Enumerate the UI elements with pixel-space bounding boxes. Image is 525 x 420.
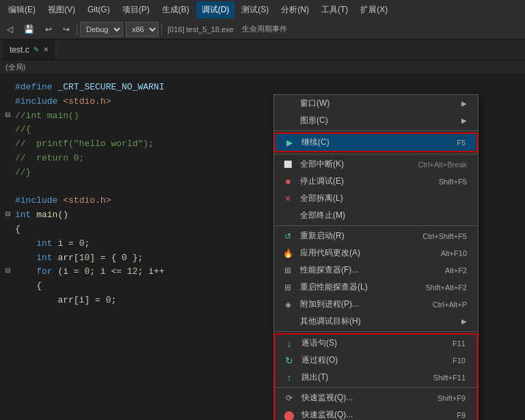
step-section: ↓ 逐语句(S) F11 ↻ 逐过程(O) F10 ↑ 跳出(T) Shift+… <box>274 333 478 420</box>
menubar: 编辑(E) 视图(V) Git(G) 项目(P) 生成(B) 调试(D) 测试(… <box>0 0 525 19</box>
toolbar-btn-back[interactable]: ◁ <box>3 23 17 36</box>
menu-debug[interactable]: 调试(D) <box>196 1 235 18</box>
submenu-arrow: ▶ <box>461 100 467 107</box>
toolbar-sep2 <box>161 23 162 36</box>
menu-item-step-over[interactable]: ↻ 逐过程(O) F10 <box>275 352 476 369</box>
toolbar-btn-save[interactable]: 💾 <box>20 23 38 36</box>
menu-item-window[interactable]: 窗口(W) ▶ <box>274 95 478 112</box>
menu-item-perf[interactable]: ⊞ 性能探查器(F)... Alt+F2 <box>274 262 478 279</box>
fold-gutter <box>5 251 15 264</box>
menu-tools[interactable]: 工具(T) <box>316 1 353 18</box>
menu-extend[interactable]: 扩展(X) <box>355 1 393 18</box>
menu-build[interactable]: 生成(B) <box>157 1 195 18</box>
debug-config-select[interactable]: Debug <box>80 22 123 37</box>
fold-btn3[interactable]: ⊟ <box>5 265 15 278</box>
menu-item-label: 附加到进程(P)... <box>300 298 359 310</box>
flame-icon: 🔥 <box>281 249 295 258</box>
menu-item-label: 快速监视(Q)... <box>301 392 353 404</box>
perf-shortcut: Alt+F2 <box>425 266 467 275</box>
menu-item-restart-perf[interactable]: ⊞ 重启性能探查器(L) Shift+Alt+F2 <box>274 279 478 296</box>
menu-item-label: 全部拆离(L) <box>300 193 343 204</box>
menu-item-label: 图形(C) <box>300 115 328 126</box>
process-label: [016] test_5_18.exe <box>165 25 237 33</box>
restart-shortcut: Ctrl+Shift+F5 <box>402 232 467 240</box>
fold-gutter <box>5 294 15 307</box>
menu-item-continue[interactable]: ▶ 继续(C) F5 <box>275 134 476 151</box>
tabbar: test.c ✎ ✕ <box>0 40 525 60</box>
menu-sep <box>275 387 476 388</box>
fold-btn2[interactable]: ⊟ <box>5 208 15 221</box>
toggle-bp-icon: ⬤ <box>282 410 296 421</box>
menu-item-step-out[interactable]: ↑ 跳出(T) Shift+F11 <box>275 369 476 386</box>
toolbar-btn-redo[interactable]: ↪ <box>59 23 74 36</box>
menu-item-other-targets[interactable]: 其他调试目标(H) ▶ <box>274 313 478 330</box>
menu-edit[interactable]: 编辑(E) <box>3 1 41 18</box>
scope-label: (全局) <box>5 62 25 72</box>
menu-sep <box>274 331 478 332</box>
menu-item-label: 继续(C) <box>301 137 329 148</box>
menu-item-step-into[interactable]: ↓ 逐语句(S) F11 <box>275 335 476 352</box>
menu-sep <box>274 154 478 154</box>
menu-item-quick-watch[interactable]: ⟳ 快速监视(Q)... Shift+F9 <box>275 389 476 406</box>
fold-gutter <box>5 180 15 193</box>
menu-item-label: 全部中断(K) <box>300 158 344 170</box>
step-into-shortcut: F11 <box>432 339 466 348</box>
menu-item-label: 重新启动(R) <box>300 230 345 242</box>
submenu-arrow: ▶ <box>461 318 467 325</box>
menu-item-toggle-bp[interactable]: ⬤ 快速监视(Q)... F9 <box>275 406 476 420</box>
menu-item-label: 性能探查器(F)... <box>300 264 358 276</box>
menu-item-label: 逐过程(O) <box>301 354 338 366</box>
menu-item-terminate-all[interactable]: 全部终止(M) <box>274 207 478 224</box>
quick-watch-shortcut: Shift+F9 <box>417 394 466 402</box>
fold-gutter <box>5 95 15 108</box>
menu-item-break-all[interactable]: ⬜ 全部中断(K) Ctrl+Alt+Break <box>274 156 478 173</box>
toggle-bp-shortcut: F9 <box>436 411 466 419</box>
menu-item-label: 窗口(W) <box>300 98 329 109</box>
menu-view[interactable]: 视图(V) <box>42 1 81 18</box>
menu-project[interactable]: 项目(P) <box>117 1 155 18</box>
menu-item-label: 应用代码更改(A) <box>300 247 360 259</box>
tab-lock-icon: ✎ <box>33 46 39 53</box>
fold-gutter <box>5 279 15 292</box>
menu-git[interactable]: Git(G) <box>82 2 116 17</box>
editor-area: #define _CRT_SECURE_NO_WARNI #include <s… <box>0 75 525 420</box>
submenu-arrow: ▶ <box>461 117 467 124</box>
fold-gutter <box>5 152 15 165</box>
perf-icon: ⊞ <box>281 266 295 275</box>
step-out-shortcut: Shift+F11 <box>413 374 466 382</box>
menu-item-label: 全部终止(M) <box>300 210 345 221</box>
fold-gutter <box>5 81 15 94</box>
fold-gutter <box>5 194 15 207</box>
tab-close-btn[interactable]: ✕ <box>43 46 49 53</box>
menu-item-label: 停止调试(E) <box>300 176 344 187</box>
menu-analyze[interactable]: 分析(N) <box>275 1 314 18</box>
menu-sep <box>274 225 478 226</box>
debug-dropdown-menu: 窗口(W) ▶ 图形(C) ▶ ▶ 继续(C) F5 ⬜ 全部中断(K) Ctr… <box>273 94 479 420</box>
menu-item-restart[interactable]: ↺ 重新启动(R) Ctrl+Shift+F5 <box>274 227 478 244</box>
quick-watch-icon: ⟳ <box>282 393 296 403</box>
toolbar-btn-undo[interactable]: ↩ <box>41 23 56 36</box>
menu-item-apply-code[interactable]: 🔥 应用代码更改(A) Alt+F10 <box>274 244 478 262</box>
restart-perf-shortcut: Shift+Alt+F2 <box>405 283 467 292</box>
menu-item-stop-debug[interactable]: ■ 停止调试(E) Shift+F5 <box>274 173 478 190</box>
menu-test[interactable]: 测试(S) <box>236 1 274 18</box>
fold-btn[interactable]: ⊟ <box>5 109 15 122</box>
continue-shortcut: F5 <box>436 139 466 147</box>
menu-item-graphics[interactable]: 图形(C) ▶ <box>274 112 478 129</box>
detach-icon: ✕ <box>281 194 295 204</box>
event-label: 生命周期事件 <box>239 24 290 34</box>
fold-gutter <box>5 137 15 150</box>
stop-shortcut: Shift+F5 <box>418 178 467 186</box>
menu-item-label: 其他调试目标(H) <box>300 316 361 327</box>
tab-test-c[interactable]: test.c ✎ ✕ <box>3 40 56 59</box>
step-out-icon: ↑ <box>282 372 296 383</box>
fold-gutter <box>5 223 15 236</box>
menu-item-label: 重启性能探查器(L) <box>300 281 368 293</box>
menu-item-label: 快速监视(Q)... <box>301 409 353 420</box>
scopebar: (全局) <box>0 60 525 75</box>
menu-item-label: 逐语句(S) <box>301 337 337 349</box>
menu-item-detach-all[interactable]: ✕ 全部拆离(L) <box>274 190 478 207</box>
platform-select[interactable]: x86 <box>126 22 159 37</box>
menu-item-attach[interactable]: ◈ 附加到进程(P)... Ctrl+Alt+P <box>274 296 478 313</box>
toolbar-sep1 <box>77 23 77 36</box>
